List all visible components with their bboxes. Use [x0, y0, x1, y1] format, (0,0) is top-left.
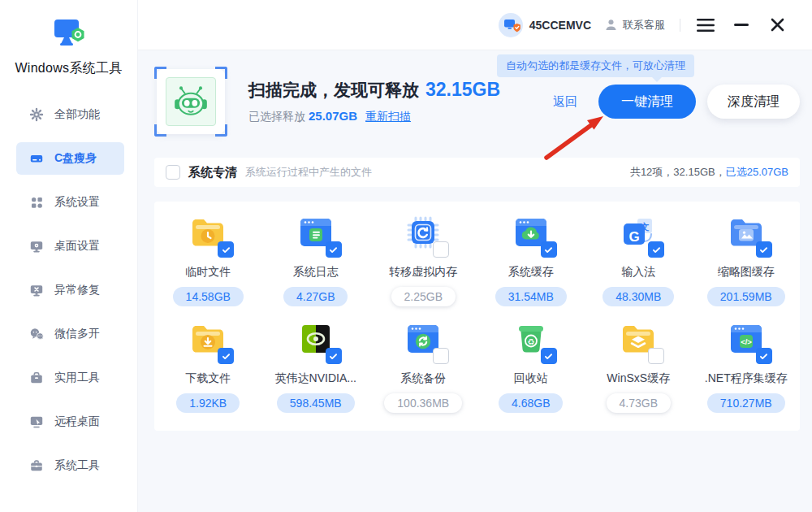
svg-text:</>: </>: [741, 337, 752, 346]
item-size-badge: 201.59MB: [707, 287, 785, 306]
contact-support-label: 联系客服: [623, 18, 665, 33]
cleanup-item[interactable]: 文G输入法48.30MB: [585, 213, 693, 306]
sidebar-item-label: 桌面设置: [54, 239, 100, 254]
item-checkbox[interactable]: [541, 241, 557, 258]
sidebar-item-label: 微信多开: [54, 327, 100, 341]
item-name: .NET程序集缓存: [705, 371, 788, 386]
item-checkbox[interactable]: [541, 348, 557, 364]
item-name: 英伟达NVIDIA...: [275, 371, 356, 386]
content-area: 自动勾选的都是缓存文件，可放心清理: [138, 50, 812, 512]
sidebar-item-0[interactable]: 全部功能: [16, 98, 124, 131]
rescan-link[interactable]: 重新扫描: [365, 110, 411, 123]
item-checkbox[interactable]: [433, 348, 449, 364]
item-size-badge: 598.45MB: [277, 393, 355, 413]
cleanup-item[interactable]: 缩略图缓存201.59MB: [693, 213, 801, 306]
item-name: 输入法: [621, 265, 655, 280]
item-size-badge: 100.36MB: [384, 393, 462, 413]
sidebar-item-7[interactable]: 远程桌面: [16, 406, 124, 438]
item-checkbox[interactable]: [326, 348, 342, 364]
close-icon: [771, 18, 784, 32]
item-checkbox[interactable]: [648, 241, 664, 258]
sidebar-item-6[interactable]: 实用工具: [16, 362, 124, 394]
summary-total: 共12项，32.15GB，: [630, 166, 726, 178]
back-link[interactable]: 返回: [553, 94, 577, 110]
deep-clean-button[interactable]: 深度清理: [707, 85, 800, 119]
logo-area: Windows系统工具: [0, 0, 137, 77]
sidebar-item-label: 全部功能: [54, 107, 100, 122]
remote-desktop-icon: [29, 414, 44, 429]
sidebar-item-label: 系统工具: [54, 458, 100, 473]
drive-icon: [29, 151, 44, 166]
auto-select-tooltip: 自动勾选的都是缓存文件，可放心清理: [497, 54, 694, 77]
chip-icon: [404, 213, 443, 252]
summary-selected: 已选25.07GB: [726, 166, 788, 178]
cleanup-item[interactable]: </>.NET程序集缓存710.27MB: [693, 319, 801, 413]
item-checkbox[interactable]: [218, 241, 234, 258]
cleanup-item[interactable]: 系统缓存31.54MB: [477, 213, 585, 306]
item-checkbox[interactable]: [433, 241, 449, 258]
cleanup-item[interactable]: 英伟达NVIDIA...598.45MB: [262, 319, 370, 413]
sidebar-item-label: 异常修复: [54, 283, 100, 297]
svg-text:G: G: [629, 229, 640, 245]
sidebar-item-2[interactable]: 系统设置: [16, 186, 124, 219]
cleanup-item[interactable]: 系统日志4.27GB: [262, 213, 370, 306]
scan-title: 扫描完成，发现可释放: [248, 80, 419, 99]
window-sync-icon: [404, 319, 443, 358]
sidebar-item-4[interactable]: 异常修复: [16, 274, 124, 306]
item-checkbox[interactable]: [756, 241, 772, 258]
cleanup-item[interactable]: WinSxS缓存4.73GB: [585, 319, 693, 413]
section-bar: 系统专清 系统运行过程中产生的文件 共12项，32.15GB，已选25.07GB: [154, 158, 800, 187]
item-size-badge: 14.58GB: [173, 287, 244, 306]
contact-support-button[interactable]: 联系客服: [604, 18, 665, 33]
grid-icon: [29, 195, 44, 210]
main-panel: 45CCEMVC 联系客服: [138, 0, 812, 512]
titlebar: 45CCEMVC 联系客服: [138, 0, 812, 50]
item-size-badge: 48.30MB: [603, 287, 674, 306]
sidebar-item-3[interactable]: 桌面设置: [16, 230, 124, 263]
hamburger-icon: [697, 19, 715, 32]
cleanup-item[interactable]: 下载文件1.92KB: [154, 319, 262, 413]
item-size-badge: 4.68GB: [499, 393, 563, 413]
person-icon: [604, 18, 618, 32]
window-list-icon: [296, 213, 335, 252]
item-checkbox[interactable]: [326, 241, 342, 258]
sidebar-item-1[interactable]: C盘瘦身: [16, 142, 124, 175]
item-name: WinSxS缓存: [607, 371, 670, 386]
item-checkbox[interactable]: [218, 348, 234, 364]
cleanup-item[interactable]: 转移虚拟内存2.25GB: [369, 213, 477, 306]
folder-layers-icon: [619, 319, 658, 358]
sidebar-item-8[interactable]: 系统工具: [16, 449, 124, 482]
one-click-clean-button[interactable]: 一键清理: [598, 85, 696, 119]
section-summary: 共12项，32.15GB，已选25.07GB: [630, 165, 788, 180]
section-checkbox[interactable]: [166, 165, 180, 180]
recycle-bin-icon: ♻: [512, 319, 551, 358]
robot-scan-icon: [154, 67, 227, 137]
minimize-icon: [734, 24, 749, 27]
cleanup-item[interactable]: ♻回收站4.68GB: [477, 319, 585, 413]
menu-button[interactable]: [695, 15, 716, 36]
item-size-badge: 2.25GB: [391, 287, 456, 306]
folder-image-icon: [727, 213, 766, 252]
selected-size: 25.07GB: [309, 109, 357, 123]
sidebar-item-label: 系统设置: [54, 195, 100, 210]
section-desc: 系统运行过程中产生的文件: [245, 165, 372, 180]
item-checkbox[interactable]: [756, 348, 772, 364]
cleanup-item[interactable]: 临时文件14.58GB: [154, 213, 262, 306]
input-method-icon: 文G: [619, 213, 658, 252]
header-actions: 返回 一键清理 深度清理: [553, 85, 800, 119]
close-button[interactable]: [767, 15, 788, 36]
sidebar-item-label: C盘瘦身: [54, 151, 97, 166]
section-title: 系统专清: [188, 165, 237, 180]
item-name: 临时文件: [185, 265, 231, 280]
sidebar-item-5[interactable]: 微信多开: [16, 318, 124, 350]
item-name: 下载文件: [185, 371, 231, 386]
item-name: 系统缓存: [508, 265, 554, 280]
sidebar: Windows系统工具 全部功能C盘瘦身系统设置桌面设置异常修复微信多开实用工具…: [0, 0, 138, 512]
item-name: 系统日志: [293, 265, 339, 280]
account-badge[interactable]: 45CCEMVC: [499, 13, 591, 37]
item-checkbox[interactable]: [648, 348, 664, 364]
minimize-button[interactable]: [731, 15, 752, 36]
item-name: 缩略图缓存: [718, 265, 775, 280]
sidebar-nav: 全部功能C盘瘦身系统设置桌面设置异常修复微信多开实用工具远程桌面系统工具: [0, 98, 137, 482]
cleanup-item[interactable]: 系统备份100.36MB: [369, 319, 477, 413]
